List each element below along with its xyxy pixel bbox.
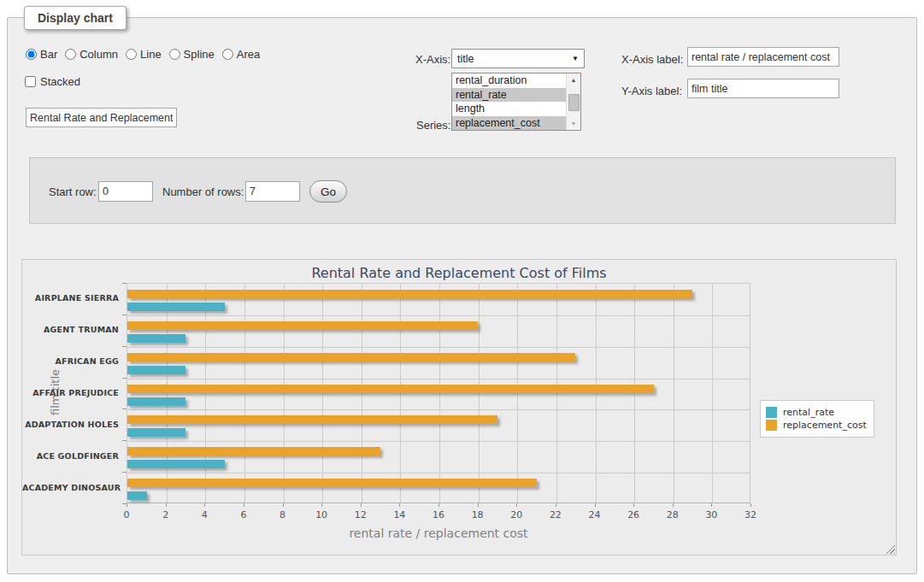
chart-type-label: Column xyxy=(79,48,118,61)
y-tick-mark xyxy=(122,378,127,379)
gridline-h xyxy=(127,473,750,473)
go-button[interactable]: Go xyxy=(309,180,347,203)
series-option[interactable]: replacement_cost xyxy=(452,116,566,131)
legend-swatch-replacement_cost xyxy=(766,420,777,431)
num-rows-input[interactable] xyxy=(245,181,300,202)
chart-type-option-bar[interactable]: Bar xyxy=(26,48,57,61)
x-tick-mark xyxy=(244,503,244,507)
x-tick-mark xyxy=(399,503,400,507)
bar-rental_rate xyxy=(127,397,185,406)
rows-toolbar xyxy=(29,157,896,224)
gridline-v xyxy=(284,284,285,503)
gridline-v xyxy=(517,284,518,503)
chart-type-label: Line xyxy=(140,48,162,61)
series-listbox-label: Series: xyxy=(416,119,450,132)
y-tick-mark xyxy=(122,440,127,441)
start-row-input[interactable] xyxy=(98,181,153,202)
category-label: ACADEMY DINOSAUR xyxy=(22,483,119,492)
bar-replacement_cost xyxy=(127,415,497,424)
series-option[interactable]: rental_rate xyxy=(452,88,566,103)
resize-grip-icon[interactable] xyxy=(884,543,895,554)
x-tick-mark xyxy=(556,503,556,507)
x-tick-mark xyxy=(750,503,751,507)
legend-label: replacement_cost xyxy=(783,420,867,431)
chart-type-label: Bar xyxy=(40,48,57,61)
chart-type-radio[interactable] xyxy=(126,49,137,60)
series-listbox-scrollbar[interactable]: ▲ ▼ xyxy=(566,73,580,130)
bar-replacement_cost xyxy=(127,385,654,393)
y-tick-mark xyxy=(122,346,127,347)
gridline-h xyxy=(127,379,750,379)
y-axis-label-caption: Y-Axis label: xyxy=(621,85,682,97)
stacked-checkbox[interactable] xyxy=(25,76,36,87)
gridline-v xyxy=(674,284,674,503)
scroll-down-icon[interactable]: ▼ xyxy=(567,117,580,130)
gridline-v xyxy=(167,284,168,503)
x-axis-select[interactable]: title ▼ xyxy=(451,49,585,68)
series-listbox[interactable]: rental_durationrental_ratelengthreplacem… xyxy=(451,73,581,131)
gridline-v xyxy=(205,284,206,503)
y-tick-mark xyxy=(122,315,127,315)
chart-legend: rental_ratereplacement_cost xyxy=(760,400,874,438)
chart-title-input[interactable] xyxy=(26,108,177,127)
gridline-h xyxy=(127,347,750,348)
x-tick-label: 10 xyxy=(309,509,334,520)
bar-rental_rate xyxy=(127,334,185,343)
bar-rental_rate xyxy=(127,303,225,311)
y-axis-label-input[interactable] xyxy=(687,79,839,98)
x-axis-label-input[interactable] xyxy=(687,47,839,67)
x-tick-mark xyxy=(516,503,517,507)
x-tick-label: 6 xyxy=(231,509,256,520)
chart-type-radio[interactable] xyxy=(169,49,180,60)
chart-type-radio-group: Bar Column Line Spline Area xyxy=(26,48,268,61)
chart-container: Rental Rate and Replacement Cost of Film… xyxy=(21,259,897,556)
x-tick-label: 24 xyxy=(582,509,608,520)
gridline-v xyxy=(322,284,323,503)
x-axis-title: rental rate / replacement cost xyxy=(127,526,750,540)
bar-replacement_cost xyxy=(127,290,692,298)
stacked-option[interactable]: Stacked xyxy=(25,75,80,88)
chart-type-label: Spline xyxy=(184,48,215,61)
chart-type-option-spline[interactable]: Spline xyxy=(169,48,215,61)
series-option[interactable]: length xyxy=(452,102,566,116)
x-tick-label: 12 xyxy=(348,509,374,520)
bar-replacement_cost xyxy=(127,447,380,456)
bar-rental_rate xyxy=(127,428,185,437)
legend-swatch-rental_rate xyxy=(766,407,777,418)
start-row-label: Start row: xyxy=(49,185,97,198)
x-tick-mark xyxy=(711,503,712,507)
bar-rental_rate xyxy=(127,366,185,374)
chart-type-radio[interactable] xyxy=(26,49,37,60)
chart-type-radio[interactable] xyxy=(65,49,76,60)
legend-label: rental_rate xyxy=(783,407,834,418)
chart-type-option-line[interactable]: Line xyxy=(126,48,162,61)
x-axis-selected-value: title xyxy=(457,53,474,65)
chart-type-label: Area xyxy=(237,48,260,61)
x-tick-label: 26 xyxy=(621,509,646,520)
legend-item: rental_rate xyxy=(766,407,867,418)
x-tick-label: 0 xyxy=(114,509,139,520)
x-tick-mark xyxy=(127,503,127,507)
scrollbar-thumb[interactable] xyxy=(568,94,580,111)
category-label: AGENT TRUMAN xyxy=(22,325,119,334)
x-tick-label: 4 xyxy=(191,509,217,520)
fieldset-title: Display chart xyxy=(24,6,127,30)
series-option[interactable]: rental_duration xyxy=(452,73,566,88)
bar-replacement_cost xyxy=(127,479,537,487)
chart-type-radio[interactable] xyxy=(222,49,233,60)
num-rows-label: Number of rows: xyxy=(162,185,244,198)
category-label: ACE GOLDFINGER xyxy=(22,451,119,461)
chart-type-option-column[interactable]: Column xyxy=(65,48,118,61)
category-label: AIRPLANE SIERRA xyxy=(22,293,119,303)
category-label: ADAPTATION HOLES xyxy=(22,420,119,429)
legend-item: replacement_cost xyxy=(766,420,867,431)
x-tick-mark xyxy=(673,503,674,507)
gridline-v xyxy=(244,284,245,503)
x-tick-mark xyxy=(438,503,439,507)
x-tick-mark xyxy=(166,503,167,507)
gridline-h xyxy=(127,315,750,316)
scroll-up-icon[interactable]: ▲ xyxy=(567,73,580,86)
chart-type-option-area[interactable]: Area xyxy=(222,48,260,61)
x-tick-label: 30 xyxy=(698,509,724,520)
y-tick-mark xyxy=(122,409,127,409)
